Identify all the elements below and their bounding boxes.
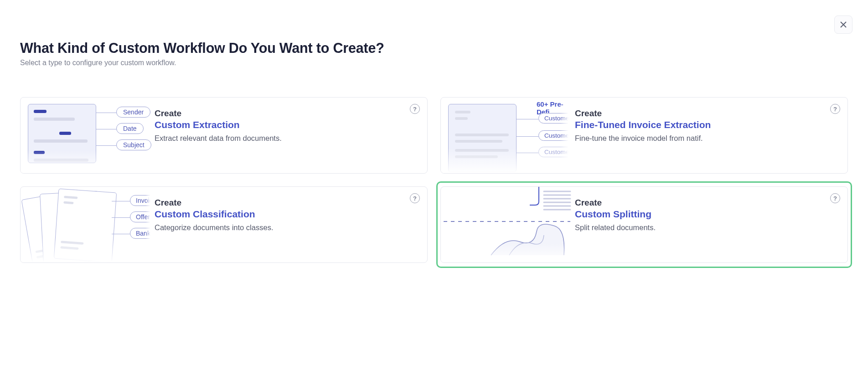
card-type-label: Fine-Tuned Invoice Extraction xyxy=(575,119,828,130)
card-description: Categorize documents into classes. xyxy=(155,222,408,233)
classification-illustration: Invoice Offer Bank S xyxy=(21,187,153,262)
pill-date: Date xyxy=(116,123,144,134)
help-icon[interactable]: ? xyxy=(830,193,840,203)
page-title: What Kind of Custom Workflow Do You Want… xyxy=(20,40,848,56)
help-icon[interactable]: ? xyxy=(410,104,420,114)
close-icon xyxy=(840,21,847,28)
card-custom-classification[interactable]: Invoice Offer Bank S Create Custom Class… xyxy=(20,186,428,263)
workflow-cards-grid: Sender Date Subject Create Custom Extrac… xyxy=(20,97,848,263)
pill-sender: Sender xyxy=(116,107,150,118)
page-subtitle: Select a type to configure your custom w… xyxy=(20,59,848,67)
card-description: Extract relevant data from documents. xyxy=(155,133,408,144)
card-type-label: Custom Classification xyxy=(155,209,408,220)
extraction-illustration: Sender Date Subject xyxy=(21,98,153,173)
help-icon[interactable]: ? xyxy=(830,104,840,114)
card-description: Split related documents. xyxy=(575,222,828,233)
card-description: Fine-tune the invoice model from natif. xyxy=(575,133,828,144)
page-content: What Kind of Custom Workflow Do You Want… xyxy=(0,0,868,263)
card-type-label: Custom Extraction xyxy=(155,119,408,130)
card-finetune-invoice[interactable]: 60+ Pre-Defi Customer Customer . Custome… xyxy=(440,97,848,174)
card-create-label: Create xyxy=(575,108,828,118)
card-custom-splitting[interactable]: Create Custom Splitting Split related do… xyxy=(440,186,848,263)
splitting-illustration xyxy=(441,187,573,262)
card-create-label: Create xyxy=(155,108,408,118)
card-type-label: Custom Splitting xyxy=(575,209,828,220)
help-icon[interactable]: ? xyxy=(410,193,420,203)
card-create-label: Create xyxy=(155,198,408,208)
card-custom-extraction[interactable]: Sender Date Subject Create Custom Extrac… xyxy=(20,97,428,174)
close-button[interactable] xyxy=(834,15,852,34)
card-create-label: Create xyxy=(575,198,828,208)
card-highlight-frame: Create Custom Splitting Split related do… xyxy=(436,181,852,268)
pill-subject: Subject xyxy=(116,139,151,150)
finetune-illustration: 60+ Pre-Defi Customer Customer . Custome… xyxy=(441,98,573,173)
